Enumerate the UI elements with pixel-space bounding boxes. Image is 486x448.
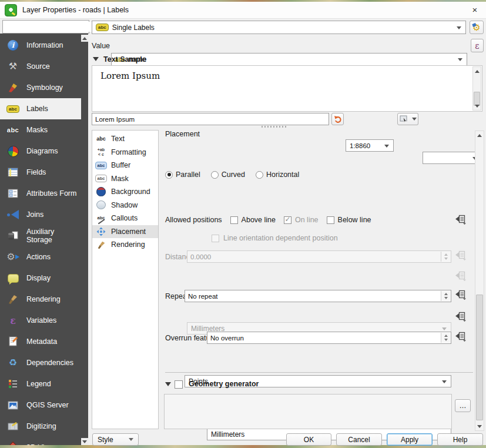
tab-callouts[interactable]: abc Callouts [92, 212, 158, 225]
rendering-tab-icon [94, 240, 108, 249]
overrun-override-button[interactable] [455, 331, 467, 342]
value-field-combo[interactable]: abc name [111, 53, 467, 66]
tab-text[interactable]: abc Text [92, 132, 158, 146]
text-tab-icon: abc [94, 136, 108, 142]
sidebar-scroll-up[interactable] [81, 35, 88, 42]
radio-curved[interactable]: Curved [211, 170, 245, 179]
placement-scrollbar[interactable] [475, 131, 484, 431]
distance-unit-override-button [455, 270, 467, 281]
sidebar-item-auxiliary-storage[interactable]: Auxiliary Storage [0, 225, 81, 246]
sidebar-item-attributes-form[interactable]: Attributes Form [0, 183, 81, 204]
tab-placement[interactable]: Placement [92, 225, 158, 239]
qgis-logo-icon [5, 4, 17, 16]
splitter-handle[interactable] [262, 126, 288, 128]
sidebar-item-legend[interactable]: Legend [0, 373, 81, 394]
checkbox-on-line[interactable]: ✓ On line [284, 216, 319, 224]
radio-horizontal[interactable]: Horizontal [256, 170, 299, 179]
value-label: Value [92, 42, 110, 50]
allowed-positions-row: Allowed positions Above line ✓ On line B… [165, 216, 371, 224]
map-scale-picker-dropdown[interactable] [410, 113, 418, 125]
tab-buffer[interactable]: abc Buffer [92, 159, 158, 172]
sidebar-item-fields[interactable]: Fields [0, 162, 81, 183]
rendering-icon [4, 294, 22, 305]
geometry-generator-collapse-icon[interactable] [165, 382, 171, 386]
sidebar-item-3d-view[interactable]: 3D View [0, 437, 81, 445]
sidebar-item-joins[interactable]: Joins [0, 204, 81, 225]
digitizing-icon [4, 422, 22, 431]
tab-rendering[interactable]: Rendering [92, 238, 158, 252]
checkbox-below-line[interactable]: Below line [327, 216, 371, 224]
text-sample-title: Text Sample [103, 55, 146, 63]
tab-mask[interactable]: abc Mask [92, 172, 158, 186]
tab-formatting[interactable]: +ab< c Formatting [92, 146, 158, 159]
data-defined-override-icon [455, 250, 467, 260]
ok-button[interactable]: OK [286, 433, 331, 446]
radio-parallel[interactable]: Parallel [165, 170, 200, 179]
sidebar-item-symbology[interactable]: Symbology [0, 77, 81, 98]
repeat-unit-override-button[interactable] [455, 311, 467, 322]
repeat-spinbox[interactable]: No repeat [185, 290, 451, 302]
window-title: Layer Properties - roads | Labels [22, 6, 129, 14]
sample-text-input[interactable]: Lorem Ipsum [92, 113, 329, 125]
expression-builder-button[interactable]: ε [471, 39, 484, 52]
sample-scale-combo[interactable]: 1:8860 [346, 139, 394, 152]
sidebar-item-masks[interactable]: abc Masks [0, 119, 81, 141]
text-sample-collapse-icon[interactable] [93, 57, 99, 61]
sidebar-item-qgis-server[interactable]: QGIS Server [0, 394, 81, 416]
scroll-down-icon[interactable] [473, 102, 481, 110]
placement-scrollbar-thumb[interactable] [476, 295, 483, 420]
overrun-spinbox[interactable]: No overrun [207, 332, 451, 344]
sidebar-item-information[interactable]: i Information [0, 35, 81, 56]
cancel-button[interactable]: Cancel [336, 433, 382, 446]
sample-background-combo[interactable] [423, 152, 482, 164]
preview-text: Lorem Ipsum [100, 71, 160, 81]
sidebar-item-metadata[interactable]: Metadata [0, 331, 81, 352]
placement-tab-icon [94, 227, 108, 236]
geometry-generator-checkbox[interactable] [175, 380, 183, 389]
fields-icon [4, 168, 22, 177]
reset-sample-button[interactable] [331, 113, 344, 125]
sidebar-item-diagrams[interactable]: Diagrams [0, 141, 81, 162]
close-button[interactable]: × [468, 3, 481, 16]
spinner-arrows-icon[interactable] [441, 333, 450, 343]
help-button[interactable]: Help [437, 433, 483, 446]
auxiliary-storage-icon [4, 231, 22, 241]
preview-scrollbar[interactable] [472, 66, 481, 111]
text-sample-preview[interactable]: Lorem Ipsum [92, 65, 482, 112]
spinner-arrows-icon[interactable] [441, 291, 450, 301]
sidebar-item-source[interactable]: ⚒ Source [0, 56, 81, 77]
sidebar-item-display[interactable]: Display [0, 268, 81, 289]
tab-background[interactable]: Background [92, 185, 158, 199]
legend-icon [4, 379, 22, 389]
undo-icon [334, 115, 342, 123]
label-mode-combo[interactable]: abc Single Labels [92, 21, 466, 34]
sidebar-item-variables[interactable]: ε Variables [0, 310, 81, 331]
sidebar-item-digitizing[interactable]: Digitizing [0, 416, 81, 437]
checkbox-above-line[interactable]: Above line [230, 216, 276, 224]
sidebar-item-actions[interactable]: ⚙ Actions [0, 246, 81, 268]
repeat-override-button[interactable] [455, 289, 467, 300]
radio-off-icon [211, 171, 219, 179]
sidebar-item-dependencies[interactable]: ♻ Dependencies [0, 352, 81, 373]
scroll-down-icon[interactable] [475, 422, 484, 430]
style-menu-button[interactable]: Style [92, 433, 139, 446]
sidebar-item-rendering[interactable]: Rendering [0, 289, 81, 310]
scroll-up-icon[interactable] [473, 67, 481, 75]
geometry-generator-expression-button[interactable]: … [455, 399, 471, 412]
apply-button[interactable]: Apply [387, 433, 433, 446]
tab-shadow[interactable]: Shadow [92, 199, 158, 212]
data-defined-override-icon [455, 289, 467, 300]
checkbox-disabled-icon [212, 235, 219, 242]
shadow-tab-icon [94, 200, 108, 209]
information-icon: i [4, 40, 22, 51]
scroll-up-icon[interactable] [475, 131, 484, 139]
search-input[interactable] [6, 22, 99, 32]
sidebar-scroll-down[interactable] [81, 438, 88, 445]
buffer-tab-icon: abc [94, 162, 108, 169]
allowed-positions-override-button[interactable] [455, 214, 467, 225]
search-box[interactable] [2, 20, 89, 34]
screen: { "window": { "title": "Layer Properties… [0, 0, 486, 448]
sidebar-item-labels[interactable]: abc Labels [0, 98, 81, 119]
map-scale-picker-button[interactable] [397, 113, 411, 125]
automated-placement-settings-button[interactable]: ⚙ [470, 21, 484, 34]
